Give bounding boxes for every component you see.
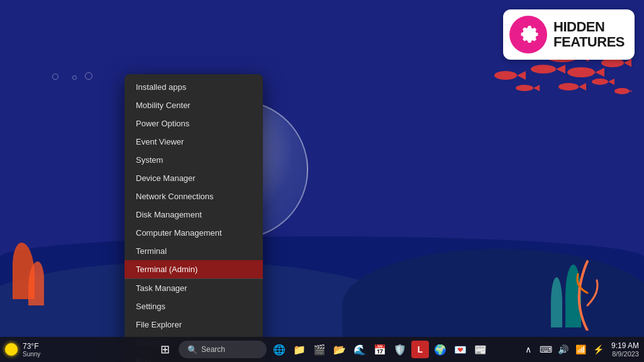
badge-text: HIDDEN FEATURES: [553, 19, 625, 50]
clock-time: 9:19 AM: [611, 341, 639, 350]
menu-item-device-manager[interactable]: Device Manager: [125, 169, 263, 187]
svg-marker-27: [579, 83, 586, 90]
search-label: Search: [201, 345, 225, 354]
menu-item-label-power-options: Power Options: [136, 119, 189, 128]
taskbar-app-9[interactable]: 💌: [452, 341, 469, 358]
menu-item-system[interactable]: System: [125, 151, 263, 169]
system-tray: ∧⌨🔊📶⚡: [521, 342, 606, 357]
sun-icon: [5, 343, 18, 356]
search-icon: 🔍: [187, 345, 197, 354]
taskbar-app-0[interactable]: 🌐: [270, 341, 288, 358]
menu-item-label-event-viewer: Event Viewer: [136, 137, 184, 146]
menu-item-label-settings: Settings: [136, 302, 165, 311]
menu-item-label-disk-management: Disk Management: [136, 210, 202, 219]
menu-item-terminal[interactable]: Terminal: [125, 242, 263, 260]
right-plant: [569, 255, 606, 331]
taskbar-center: ⊞ 🔍 Search 🌐📁🎬📂🌊📅🛡️L🌍💌📰: [155, 339, 489, 359]
taskbar-right: ∧⌨🔊📶⚡ 9:19 AM 8/9/2023: [521, 341, 639, 358]
taskbar-apps: 🌐📁🎬📂🌊📅🛡️L🌍💌📰: [270, 341, 489, 358]
svg-marker-19: [595, 68, 604, 77]
taskbar: 73°F Sunny ⊞ 🔍 Search 🌐📁🎬📂🌊📅🛡️L🌍💌📰 ∧⌨🔊📶⚡…: [0, 337, 644, 362]
taskbar-app-3[interactable]: 📂: [331, 341, 348, 358]
menu-item-task-manager[interactable]: Task Manager: [125, 278, 263, 297]
taskbar-app-10[interactable]: 📰: [472, 341, 489, 358]
desktop: HIDDEN FEATURES Installed appsMobility C…: [0, 0, 644, 362]
svg-point-24: [516, 85, 533, 91]
menu-item-label-terminal: Terminal: [136, 246, 167, 256]
gear-circle: [509, 16, 547, 53]
menu-item-disk-management[interactable]: Disk Management: [125, 206, 263, 224]
context-menu: Installed appsMobility CenterPower Optio…: [125, 74, 263, 362]
taskbar-app-7[interactable]: L: [411, 341, 429, 358]
menu-item-mobility-center[interactable]: Mobility Center: [125, 96, 263, 114]
taskbar-app-8[interactable]: 🌍: [431, 341, 449, 358]
start-button[interactable]: ⊞: [155, 339, 175, 359]
weather-widget: 73°F Sunny: [23, 342, 40, 358]
menu-item-file-explorer[interactable]: File Explorer: [125, 315, 263, 334]
clock-date: 8/9/2023: [611, 350, 639, 358]
battery-icon[interactable]: ⚡: [591, 342, 606, 357]
svg-marker-17: [556, 65, 565, 74]
menu-item-installed-apps[interactable]: Installed apps: [125, 78, 263, 96]
svg-point-28: [592, 79, 608, 85]
svg-point-18: [567, 67, 595, 77]
coral-left-2: [28, 261, 44, 305]
menu-item-label-mobility-center: Mobility Center: [136, 101, 191, 110]
svg-marker-23: [517, 71, 526, 80]
gear-icon: [517, 23, 540, 46]
clock[interactable]: 9:19 AM 8/9/2023: [611, 341, 639, 358]
seaweed-right: [551, 277, 562, 327]
menu-item-terminal-admin[interactable]: Terminal (Admin): [125, 260, 263, 278]
svg-point-26: [558, 83, 579, 90]
menu-item-label-task-manager: Task Manager: [136, 283, 187, 293]
menu-item-label-computer-management: Computer Management: [136, 228, 222, 238]
svg-point-30: [614, 88, 630, 94]
svg-marker-25: [533, 85, 540, 91]
taskbar-app-2[interactable]: 🎬: [311, 341, 328, 358]
small-bubbles: [50, 63, 94, 84]
menu-item-label-file-explorer: File Explorer: [136, 320, 182, 329]
svg-marker-31: [630, 88, 631, 94]
menu-item-label-system: System: [136, 155, 163, 165]
taskbar-app-5[interactable]: 📅: [371, 341, 389, 358]
weather-temp: 73°F: [23, 342, 38, 351]
menu-item-computer-management[interactable]: Computer Management: [125, 224, 263, 242]
svg-marker-29: [608, 79, 614, 85]
network-icon[interactable]: 📶: [574, 342, 589, 357]
volume-icon[interactable]: 🔊: [556, 342, 571, 357]
menu-item-label-terminal-admin: Terminal (Admin): [136, 265, 197, 274]
svg-point-20: [601, 58, 624, 67]
menu-item-label-installed-apps: Installed apps: [136, 82, 186, 92]
taskbar-app-4[interactable]: 🌊: [351, 341, 369, 358]
taskbar-app-1[interactable]: 📁: [291, 341, 308, 358]
show-hidden-icons[interactable]: ∧: [521, 342, 536, 357]
menu-item-event-viewer[interactable]: Event Viewer: [125, 133, 263, 151]
menu-item-network-connections[interactable]: Network Connections: [125, 187, 263, 206]
svg-point-22: [494, 71, 517, 80]
menu-item-settings[interactable]: Settings: [125, 297, 263, 315]
hidden-features-badge: HIDDEN FEATURES: [503, 9, 635, 60]
taskbar-app-6[interactable]: 🛡️: [391, 341, 409, 358]
windows-logo: ⊞: [160, 343, 170, 356]
taskbar-left: 73°F Sunny: [5, 342, 45, 358]
menu-item-label-network-connections: Network Connections: [136, 192, 214, 201]
search-bar[interactable]: 🔍 Search: [179, 341, 267, 358]
svg-marker-21: [624, 58, 631, 67]
svg-point-16: [531, 65, 556, 74]
menu-item-power-options[interactable]: Power Options: [125, 114, 263, 133]
menu-item-label-device-manager: Device Manager: [136, 173, 196, 183]
keyboard-icon[interactable]: ⌨: [538, 342, 553, 357]
weather-condition: Sunny: [23, 351, 40, 358]
